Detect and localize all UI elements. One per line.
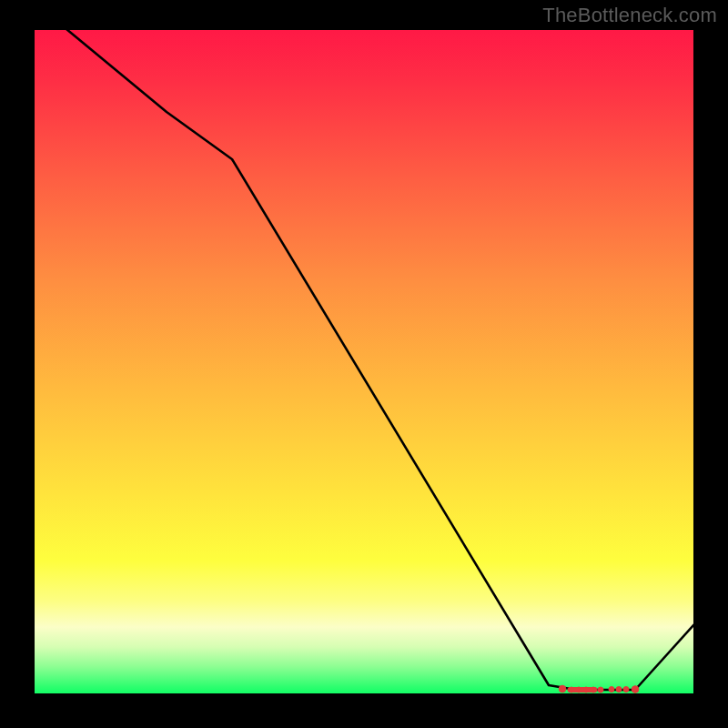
svg-point-5 [598, 687, 603, 693]
chart-svg [35, 30, 693, 693]
chart-container: TheBottleneck.com [0, 0, 728, 728]
series-line [35, 30, 693, 690]
svg-point-6 [609, 687, 614, 693]
svg-point-8 [623, 687, 629, 693]
svg-rect-10 [568, 688, 597, 693]
plot-area [35, 30, 693, 693]
svg-point-7 [616, 687, 622, 693]
svg-point-9 [632, 686, 639, 693]
svg-point-0 [559, 685, 566, 693]
optimal-zone-markers [559, 685, 639, 693]
attribution-label: TheBottleneck.com [542, 4, 717, 27]
